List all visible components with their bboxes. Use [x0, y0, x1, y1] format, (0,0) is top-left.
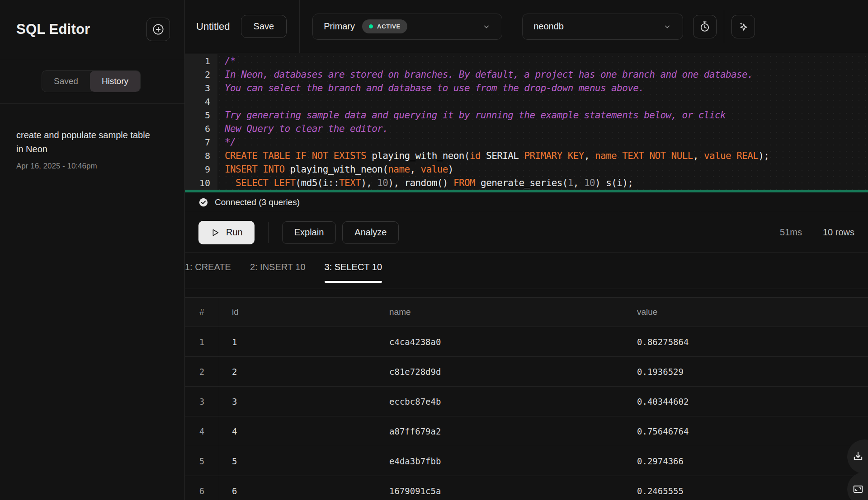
code-token: [617, 150, 622, 161]
result-tab-1[interactable]: 1: CREATE: [185, 253, 241, 289]
code-text: In Neon, databases are stored on branche…: [217, 69, 753, 80]
result-tab-label: 2: INSERT 10: [250, 262, 306, 272]
code-token: value: [421, 164, 448, 175]
run-button[interactable]: Run: [198, 221, 255, 244]
code-text: */: [217, 137, 236, 148]
line-number: 5: [185, 108, 217, 122]
code-token: 1: [568, 178, 573, 188]
code-line: 10 SELECT LEFT(md5(i::TEXT), 10), random…: [185, 176, 868, 190]
result-tab-3[interactable]: 3: SELECT 10: [315, 253, 392, 289]
name-cell: e4da3b7fbb: [377, 456, 624, 466]
code-token: TEXT: [339, 178, 361, 188]
plus-circle-icon: [151, 23, 165, 36]
code-token: INSERT INTO: [225, 164, 284, 175]
code-token: playing_with_neon(: [284, 164, 388, 175]
tab-saved[interactable]: Saved: [42, 71, 90, 92]
code-token: ): [448, 164, 453, 175]
save-button[interactable]: Save: [241, 15, 287, 38]
analyze-button[interactable]: Analyze: [342, 221, 399, 244]
code-line: 6New Query to clear the editor.: [185, 122, 868, 136]
line-number: 1: [185, 54, 217, 68]
connection-status-row: Connected (3 queries): [185, 192, 868, 212]
code-token: REAL: [736, 150, 758, 161]
download-icon: [852, 450, 864, 463]
id-cell: 3: [219, 397, 377, 407]
saved-history-switcher: Saved History: [42, 70, 141, 92]
sql-editor-app: SQL Editor Saved History create and popu…: [0, 0, 868, 500]
code-token: ,: [584, 150, 595, 161]
history-list: create and populate sample table in Neon…: [0, 104, 184, 195]
result-tab-label: 3: SELECT 10: [325, 262, 382, 272]
code-text: You can select the branch and database t…: [217, 83, 644, 93]
chevron-down-icon: [663, 22, 672, 31]
actions-divider: [268, 222, 269, 243]
query-row-count: 10 rows: [823, 227, 854, 238]
id-cell: 6: [219, 486, 377, 496]
code-token: /*: [225, 56, 236, 66]
history-item[interactable]: create and populate sample table in Neon…: [16, 128, 168, 171]
code-line: 4: [185, 95, 868, 108]
tab-history[interactable]: History: [90, 71, 140, 92]
name-cell: c4ca4238a0: [377, 337, 624, 347]
line-number: 3: [185, 81, 217, 95]
branch-name: Primary: [324, 21, 355, 32]
stopwatch-icon: [698, 20, 711, 33]
code-token: You can select the branch and database t…: [225, 83, 644, 93]
code-token: 10: [377, 178, 388, 188]
name-cell: eccbc87e4b: [377, 397, 624, 407]
code-token: 10: [584, 178, 595, 188]
results-panel: #idnamevalue 11c4ca4238a00.8627586422c81…: [185, 289, 868, 500]
history-item-date: Apr 16, 2025 - 10:46pm: [16, 162, 168, 171]
row-number-cell: 2: [185, 357, 219, 386]
explain-button[interactable]: Explain: [282, 221, 336, 244]
new-query-button[interactable]: [146, 18, 170, 41]
row-number-cell: 6: [185, 476, 219, 500]
code-line: 9INSERT INTO playing_with_neon(name, val…: [185, 163, 868, 176]
code-token: */: [225, 137, 236, 148]
result-tab-label: 1: CREATE: [185, 262, 231, 272]
code-line: 1/*: [185, 54, 868, 68]
query-history-timer-button[interactable]: [693, 15, 717, 38]
code-line: 2In Neon, databases are stored on branch…: [185, 68, 868, 81]
result-tab-2[interactable]: 2: INSERT 10: [241, 253, 315, 289]
code-token: FROM: [453, 178, 475, 188]
page-title: SQL Editor: [16, 21, 90, 37]
column-header-row-number: #: [185, 298, 219, 327]
code-line: 3You can select the branch and database …: [185, 81, 868, 95]
query-duration: 51ms: [780, 227, 802, 238]
table-row: 22c81e728d9d0.1936529: [185, 357, 868, 387]
line-number: 6: [185, 122, 217, 136]
column-header-value: value: [624, 307, 868, 317]
topbar-divider: [299, 0, 300, 53]
database-name: neondb: [533, 21, 564, 32]
chevron-down-icon: [482, 22, 491, 31]
code-text: New Query to clear the editor.: [217, 123, 388, 134]
branch-dropdown[interactable]: Primary ACTIVE: [312, 14, 502, 40]
column-header-id: id: [219, 307, 377, 317]
table-row: 55e4da3b7fbb0.2974366: [185, 446, 868, 476]
code-token: );: [758, 150, 769, 161]
name-cell: 1679091c5a: [377, 486, 624, 496]
table-row: 44a87ff679a20.75646764: [185, 416, 868, 446]
result-tabs: 1: CREATE2: INSERT 103: SELECT 10: [185, 252, 868, 289]
code-token: ,: [573, 178, 584, 188]
query-stats: 51ms 10 rows: [780, 227, 854, 238]
line-number: 4: [185, 95, 217, 108]
code-token: [731, 150, 736, 161]
id-cell: 5: [219, 456, 377, 466]
code-token: (md5(i::: [296, 178, 339, 188]
code-token: New Query to clear the editor.: [225, 123, 388, 134]
database-dropdown[interactable]: neondb: [522, 14, 683, 40]
value-cell: 0.75646764: [624, 426, 868, 436]
code-token: generate_series(: [475, 178, 568, 188]
code-token: SERIAL: [481, 150, 524, 161]
code-token: id: [470, 150, 481, 161]
sql-code-editor[interactable]: 1/*2In Neon, databases are stored on bra…: [185, 53, 868, 190]
column-header-name: name: [377, 307, 624, 317]
line-number: 9: [185, 163, 217, 176]
code-token: name: [388, 164, 410, 175]
code-text: CREATE TABLE IF NOT EXISTS playing_with_…: [217, 150, 769, 161]
connection-status-text: Connected (3 queries): [215, 197, 300, 207]
code-text: /*: [217, 56, 236, 66]
ai-assist-button[interactable]: [731, 15, 755, 38]
